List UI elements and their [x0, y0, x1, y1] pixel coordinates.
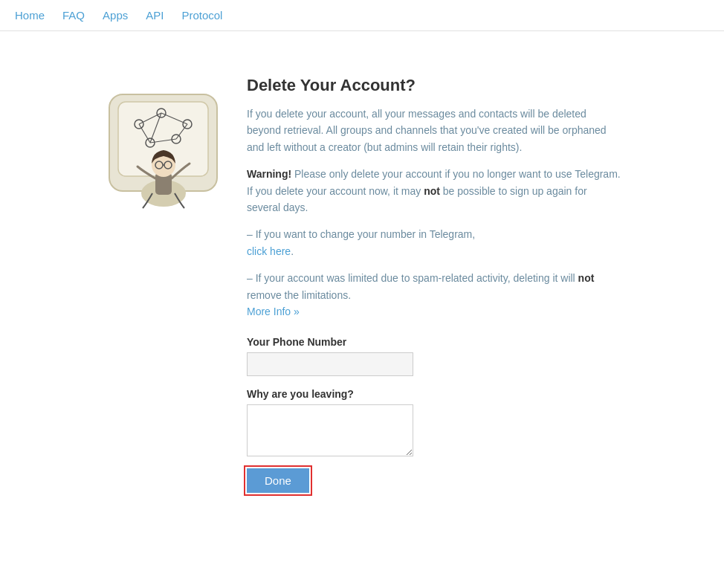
page-title: Delete Your Account? — [247, 76, 622, 95]
nav-apps[interactable]: Apps — [103, 9, 128, 22]
period: . — [291, 245, 294, 257]
reason-label: Why are you leaving? — [247, 388, 622, 400]
click-here-link[interactable]: click here — [247, 245, 291, 257]
warning-not: not — [424, 185, 440, 197]
spam-not: not — [578, 272, 595, 284]
delete-form: Your Phone Number Why are you leaving? D… — [247, 336, 622, 493]
main-content: Delete Your Account? If you delete your … — [0, 31, 724, 523]
nav-api[interactable]: API — [146, 9, 164, 22]
account-illustration — [102, 83, 224, 217]
delete-account-card: Delete Your Account? If you delete your … — [102, 76, 622, 493]
spam-para: – If your account was limited due to spa… — [247, 270, 622, 320]
description-para: If you delete your account, all your mes… — [247, 106, 622, 155]
nav-protocol[interactable]: Protocol — [181, 9, 222, 22]
phone-input[interactable] — [247, 352, 413, 376]
phone-label: Your Phone Number — [247, 336, 622, 348]
change-number-text: – If you want to change your number in T… — [247, 228, 475, 240]
warning-para: Warning! Please only delete your account… — [247, 166, 622, 216]
done-button[interactable]: Done — [247, 468, 309, 493]
info-panel: Delete Your Account? If you delete your … — [247, 76, 622, 493]
navbar: Home FAQ Apps API Protocol — [0, 0, 724, 31]
change-number-para: – If you want to change your number in T… — [247, 226, 622, 259]
spam-text-after: remove the limitations. — [247, 289, 351, 301]
more-info-link[interactable]: More Info » — [247, 306, 300, 317]
nav-home[interactable]: Home — [15, 9, 45, 22]
illustration — [102, 76, 224, 493]
warning-label: Warning! — [247, 168, 291, 180]
done-button-wrapper: Done — [247, 468, 309, 493]
spam-text-before: – If your account was limited due to spa… — [247, 272, 578, 284]
reason-textarea[interactable] — [247, 404, 413, 456]
nav-faq[interactable]: FAQ — [62, 9, 85, 22]
